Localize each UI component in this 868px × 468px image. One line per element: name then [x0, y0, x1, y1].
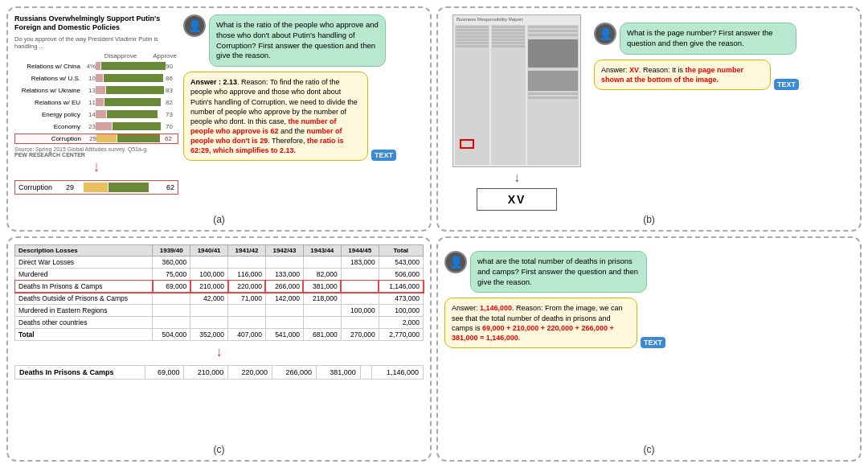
pew-text: PEW RESEARCH CENTER	[14, 152, 178, 158]
answer-row-d: Answer: 1,146,000. Reason: From the imag…	[444, 298, 854, 348]
chat-section-a: 👤 What is the ratio of the people who ap…	[183, 14, 424, 224]
panel-label-d: (c)	[644, 444, 655, 455]
question-bubble-a: What is the ratio of the people who appr…	[209, 14, 386, 67]
xv-box: XV	[477, 188, 557, 211]
panel-c: Description Losses 1939/40 1940/41 1941/…	[6, 236, 432, 462]
panel-a: Russians Overwhelmingly Support Putin's …	[6, 6, 432, 232]
disapprove-header: Disapprove	[104, 52, 137, 60]
table-row: Energy policy 14 73	[14, 109, 178, 120]
col-header-total: Total	[379, 245, 423, 257]
answer-bubble-a: Answer : 2.13. Reason: To find the ratio…	[183, 72, 368, 161]
question-bubble-b: What is the page number? First answer th…	[620, 23, 796, 55]
panel-label-a: (a)	[213, 214, 225, 225]
text-badge-b: TEXT	[774, 79, 799, 90]
col-header-1944: 1944/45	[341, 245, 379, 257]
main-container: Russians Overwhelmingly Support Putin's …	[0, 0, 868, 468]
panel-d: 👤 what are the total number of deaths in…	[436, 236, 862, 462]
question-row-b: 👤 What is the page number? First answer …	[594, 23, 854, 55]
panel-b: Business Responsibility Report	[436, 6, 862, 232]
chat-section-b: 👤 What is the page number? First answer …	[594, 14, 854, 224]
col-header-description: Description Losses	[15, 245, 153, 257]
avatar-a: 👤	[183, 14, 206, 37]
table-row: Murdered in Eastern Regions 100,000 100,…	[15, 305, 424, 317]
xv-value: XV	[508, 193, 526, 206]
panel-label-c: (c)	[214, 444, 225, 455]
answer-row-a: Answer : 2.13. Reason: To find the ratio…	[183, 72, 424, 161]
chart-title: Russians Overwhelmingly Support Putin's …	[14, 14, 178, 32]
doc-header: Business Responsibility Report	[453, 15, 580, 23]
avatar-d: 👤	[444, 251, 467, 273]
table-row: Relations w/ EU 11 82	[14, 97, 178, 108]
table-row-corruption: Corruption 29 62	[14, 133, 178, 144]
table-row: Economy 23 70	[14, 121, 178, 132]
arrow-down-doc-icon: ↓	[514, 170, 520, 185]
table-row: Murdered 75,000 100,000 116,000 133,000 …	[15, 269, 424, 281]
arrow-down-c-icon: ↓	[14, 345, 424, 359]
data-table: Description Losses 1939/40 1940/41 1941/…	[14, 244, 424, 341]
text-badge-d: TEXT	[641, 337, 665, 348]
question-row-d: 👤 what are the total number of deaths in…	[444, 251, 854, 293]
question-bubble-d: what are the total number of deaths in p…	[470, 251, 647, 293]
panel-label-b: (b)	[643, 214, 655, 225]
doc-image: Business Responsibility Report	[452, 14, 581, 167]
col-header-1940: 1940/41	[190, 245, 228, 257]
chart-header-row: Disapprove Approve	[14, 52, 178, 60]
source-text: Source: Spring 2015 Global Attitudes sur…	[14, 146, 178, 152]
table-row: Deaths Outside of Prisons & Camps 42,000…	[15, 293, 424, 305]
col-header-1943: 1943/44	[303, 245, 341, 257]
col-header-1942: 1942/43	[265, 245, 303, 257]
col-header-1941: 1941/42	[228, 245, 266, 257]
approve-header: Approve	[153, 52, 177, 60]
table-row: Relations w/ China 4% 90	[14, 61, 178, 72]
answer-bubble-b: Answer: XV. Reason: It is the page numbe…	[594, 60, 771, 90]
table-row-total: Total 504,000 352,000 407,000 541,000 68…	[15, 329, 424, 341]
arrow-down-icon: ↓	[14, 159, 178, 174]
chart-section-a: Russians Overwhelmingly Support Putin's …	[14, 14, 178, 224]
text-badge-a: TEXT	[371, 150, 396, 161]
chart-subtitle: Do you approve of the way President Vlad…	[14, 35, 178, 50]
answer-row-b: Answer: XV. Reason: It is the page numbe…	[594, 60, 854, 90]
table-row: Deaths other countries 2,000	[15, 317, 424, 329]
table-row: Direct War Losses 360,000 183,000 543,00…	[15, 257, 424, 269]
summary-row: Deaths In Prisons & Camps 69,000 210,000…	[15, 366, 424, 380]
corruption-summary-row: Corruption 29 62	[14, 180, 178, 195]
avatar-b: 👤	[594, 23, 616, 45]
table-header-row: Description Losses 1939/40 1940/41 1941/…	[15, 245, 424, 257]
table-row: Relations w/ Ukraine 13 83	[14, 85, 178, 96]
summary-table: Deaths In Prisons & Camps 69,000 210,000…	[14, 365, 424, 380]
table-row-prisons: Deaths In Prisons & Camps 69,000 210,000…	[15, 281, 424, 293]
red-box-indicator	[460, 139, 474, 149]
col-header-1939: 1939/40	[153, 245, 190, 257]
table-row: Relations w/ U.S. 10 86	[14, 73, 178, 84]
doc-section: Business Responsibility Report	[444, 14, 589, 224]
question-row-a: 👤 What is the ratio of the people who ap…	[183, 14, 424, 67]
answer-bubble-d: Answer: 1,146,000. Reason: From the imag…	[444, 298, 637, 348]
chat-section-d: 👤 what are the total number of deaths in…	[444, 244, 854, 454]
